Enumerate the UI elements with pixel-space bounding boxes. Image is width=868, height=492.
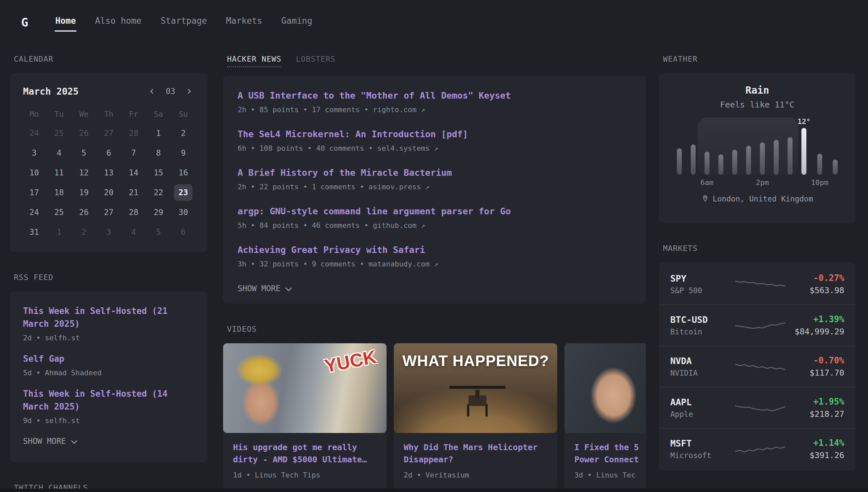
calendar-day-cell: 16 (171, 163, 196, 183)
weather-hour-label (783, 175, 797, 187)
calendar-day-number: 28 (124, 125, 143, 142)
video-card[interactable]: YUCK His upgrade got me really dirty - A… (223, 343, 387, 489)
calendar-day-number: 23 (174, 184, 192, 201)
market-change: +1.39% (789, 314, 844, 324)
video-card-body: His upgrade got me really dirty - AMD $5… (223, 433, 387, 489)
video-title-link[interactable]: His upgrade got me really dirty - AMD $5… (233, 442, 377, 466)
video-meta: 1d • Linus Tech Tips (233, 471, 377, 479)
market-ticker: AAPL (670, 397, 731, 407)
video-thumbnail[interactable]: WHAT HAPPENED? (394, 343, 557, 433)
nav-tab[interactable]: Gaming (281, 13, 313, 32)
calendar-day-cell: 4 (121, 222, 146, 242)
external-link-icon: ↗ (425, 183, 430, 191)
app-logo[interactable]: G (21, 16, 28, 29)
calendar-weekday-label: Mo (22, 107, 47, 123)
nav-tab[interactable]: Markets (226, 13, 263, 32)
market-price: $117.70 (789, 368, 844, 377)
story-item: Achieving Great Privacy with Safari 3h •… (238, 244, 631, 268)
chevron-down-icon (71, 440, 78, 444)
market-row[interactable]: NVDA NVIDIA -0.70% $117.70 (659, 346, 856, 387)
news-feed-tab[interactable]: LOBSTERS (296, 55, 336, 66)
story-title-link[interactable]: A Brief History of the Miracle Bacterium (238, 167, 452, 178)
market-sparkline-wrap (731, 439, 789, 459)
rss-show-more-button[interactable]: SHOW MORE (23, 437, 78, 446)
rss-item: This Week in Self-Hosted (14 March 2025)… (23, 388, 194, 425)
market-values-block: -0.70% $117.70 (789, 355, 844, 377)
thumbnail-overlay-text: WHAT HAPPENED? (402, 352, 549, 370)
story-title-link[interactable]: A USB Interface to the "Mother of All De… (238, 90, 511, 101)
calendar-day-number: 1 (50, 224, 68, 240)
rss-item: Self Gap 5d • Ahmad Shadeed (23, 352, 194, 377)
calendar-next-button[interactable] (183, 86, 194, 97)
calendar-day-number: 22 (149, 184, 168, 201)
calendar-day-cell: 21 (121, 183, 146, 202)
middle-column: HACKER NEWS LOBSTERS A USB Interface to … (223, 55, 646, 492)
rss-item-title[interactable]: This Week in Self-Hosted (14 March 2025) (23, 388, 194, 413)
weather-feels-like: Feels like 11°C (672, 100, 842, 109)
story-item: A USB Interface to the "Mother of All De… (238, 90, 631, 114)
market-row[interactable]: AAPL Apple +1.95% $218.27 (659, 387, 856, 428)
nav-tab[interactable]: Startpage (160, 13, 208, 32)
market-row[interactable]: BTC-USD Bitcoin +1.39% $84,999.29 (659, 304, 856, 346)
news-show-more-button[interactable]: SHOW MORE (238, 284, 292, 293)
market-sparkline (734, 357, 787, 376)
story-title-link[interactable]: Achieving Great Privacy with Safari (238, 244, 425, 255)
rss-item-title[interactable]: Self Gap (23, 352, 194, 365)
calendar-day-number: 24 (25, 204, 44, 221)
story-domain-link[interactable]: matanabudy.com (368, 260, 429, 268)
story-domain-link[interactable]: righto.com (373, 105, 417, 114)
market-row[interactable]: MSFT Microsoft +1.14% $391.26 (659, 428, 856, 469)
calendar-day-cell: 29 (146, 202, 171, 222)
nav-tab[interactable]: Home (55, 13, 77, 32)
story-meta-text: 5h • 84 points • 46 comments • (238, 221, 368, 229)
weather-location-text: London, United Kingdom (713, 195, 813, 203)
story-title-link[interactable]: The SeL4 Microkernel: An Introduction [p… (238, 128, 468, 140)
market-price: $218.27 (789, 409, 844, 419)
market-values-block: +1.95% $218.27 (789, 397, 844, 419)
calendar-day-number: 3 (25, 145, 44, 161)
calendar-day-cell: 24 (22, 123, 47, 143)
calendar-day-cell: 4 (47, 143, 71, 163)
video-thumbnail[interactable]: DO T T (564, 343, 646, 433)
calendar-day-number: 9 (174, 145, 192, 161)
calendar-prev-button[interactable] (147, 86, 158, 97)
weather-hour-label (741, 175, 755, 187)
market-change: -0.27% (789, 273, 844, 283)
calendar-day-number: 10 (25, 165, 44, 181)
market-row[interactable]: SPY S&P 500 -0.27% $563.98 (659, 264, 856, 304)
weather-bar (705, 152, 710, 175)
rss-item: This Week in Self-Hosted (21 March 2025)… (23, 305, 194, 342)
video-title-line: His upgrade got me really (233, 442, 377, 453)
calendar-card: March 2025 03 Mo (10, 73, 208, 252)
market-sparkline-wrap (731, 357, 789, 376)
weather-hour-column (728, 117, 741, 187)
story-domain-link[interactable]: github.com (373, 221, 417, 229)
right-column: WEATHER Rain Feels like 11°C (659, 55, 856, 492)
calendar-day-cell: 31 (22, 222, 47, 242)
video-thumbnail[interactable]: YUCK (223, 343, 387, 433)
chevron-down-icon (285, 287, 292, 292)
news-feed-tab[interactable]: HACKER NEWS (227, 55, 282, 67)
market-price: $84,999.29 (789, 327, 844, 336)
story-domain-link[interactable]: asimov.press (368, 183, 421, 191)
video-title-line: Why Did The Mars Helicopter (404, 442, 547, 453)
story-title-link[interactable]: argp: GNU-style command line argument pa… (238, 205, 511, 217)
video-card[interactable]: DO T T I Fixed the 5 Power Connect 3d • … (564, 343, 646, 489)
calendar-weekday-label: Sa (146, 107, 171, 123)
nav-tab[interactable]: Also home (94, 13, 142, 32)
market-price: $391.26 (789, 450, 844, 460)
rss-item-meta: 9d • selfh.st (23, 417, 194, 425)
video-title-link[interactable]: I Fixed the 5 Power Connect (574, 442, 646, 466)
story-domain-link[interactable]: sel4.systems (377, 144, 430, 152)
weather-hour-label (797, 175, 811, 187)
weather-hour-column: 10pm (811, 117, 828, 187)
weather-hour-column (769, 117, 783, 187)
rss-item-title[interactable]: This Week in Self-Hosted (21 March 2025) (23, 305, 194, 330)
calendar-day-cell: 6 (171, 222, 196, 242)
calendar-weekday-label: Fr (121, 107, 146, 123)
calendar-day-number: 12 (75, 165, 93, 181)
story-meta: 5h • 84 points • 46 comments • github.co… (238, 221, 631, 229)
video-card[interactable]: WHAT HAPPENED? Why Did The Mars Helicopt… (394, 343, 557, 489)
calendar-day-number: 30 (174, 204, 192, 221)
video-title-link[interactable]: Why Did The Mars Helicopter Disappear? (404, 442, 547, 466)
